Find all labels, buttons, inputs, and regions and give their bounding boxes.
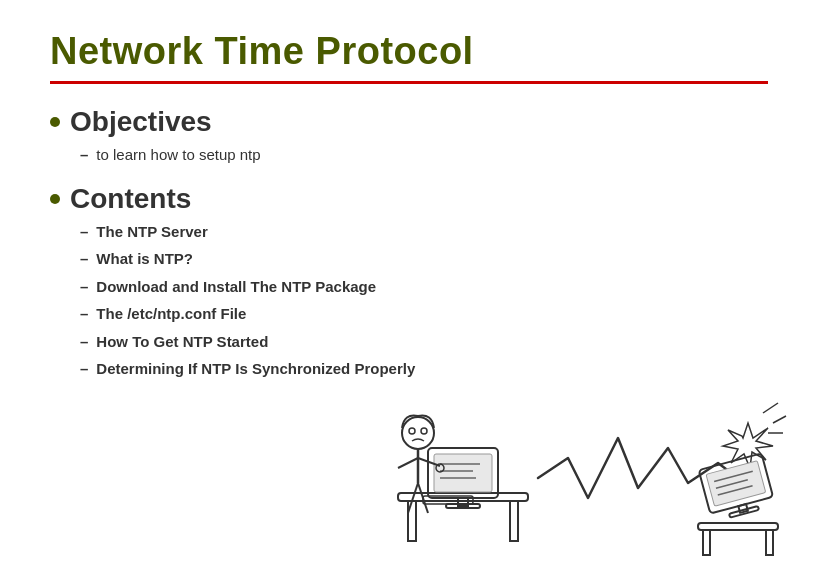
contents-item-3-text: Download and Install The NTP Package xyxy=(96,276,376,299)
contents-item-5-text: How To Get NTP Started xyxy=(96,331,268,354)
dash-c3: – xyxy=(80,276,88,299)
svg-point-12 xyxy=(409,428,415,434)
objectives-title: Objectives xyxy=(70,106,212,138)
contents-item-2-text: What is NTP? xyxy=(96,248,193,271)
dash-c5: – xyxy=(80,331,88,354)
svg-point-11 xyxy=(402,417,434,449)
objectives-item-1-text: to learn how to setup ntp xyxy=(96,144,260,167)
illustration-svg xyxy=(368,338,788,558)
objectives-section: Objectives – to learn how to setup ntp xyxy=(50,106,768,167)
objectives-items: – to learn how to setup ntp xyxy=(80,144,768,167)
dash-c1: – xyxy=(80,221,88,244)
svg-rect-23 xyxy=(698,523,778,530)
contents-item-4: – The /etc/ntp.conf File xyxy=(80,303,768,326)
svg-rect-2 xyxy=(510,501,518,541)
svg-line-26 xyxy=(763,403,778,413)
svg-line-27 xyxy=(773,416,786,423)
svg-rect-6 xyxy=(434,454,492,492)
dash-c4: – xyxy=(80,303,88,326)
contents-header: Contents xyxy=(50,183,768,215)
slide: Network Time Protocol Objectives – to le… xyxy=(0,0,818,578)
contents-item-2: – What is NTP? xyxy=(80,248,768,271)
objectives-bullet xyxy=(50,117,60,127)
contents-item-1: – The NTP Server xyxy=(80,221,768,244)
illustration xyxy=(368,338,788,558)
objectives-item-1: – to learn how to setup ntp xyxy=(80,144,768,167)
contents-item-1-text: The NTP Server xyxy=(96,221,207,244)
svg-rect-25 xyxy=(766,530,773,555)
objectives-header: Objectives xyxy=(50,106,768,138)
title-divider xyxy=(50,81,768,84)
contents-bullet xyxy=(50,194,60,204)
contents-item-3: – Download and Install The NTP Package xyxy=(80,276,768,299)
svg-rect-24 xyxy=(703,530,710,555)
dash-c2: – xyxy=(80,248,88,271)
contents-title: Contents xyxy=(70,183,191,215)
svg-point-13 xyxy=(421,428,427,434)
slide-title: Network Time Protocol xyxy=(50,30,768,73)
contents-item-4-text: The /etc/ntp.conf File xyxy=(96,303,246,326)
dash-c6: – xyxy=(80,358,88,381)
dash-1: – xyxy=(80,144,88,167)
